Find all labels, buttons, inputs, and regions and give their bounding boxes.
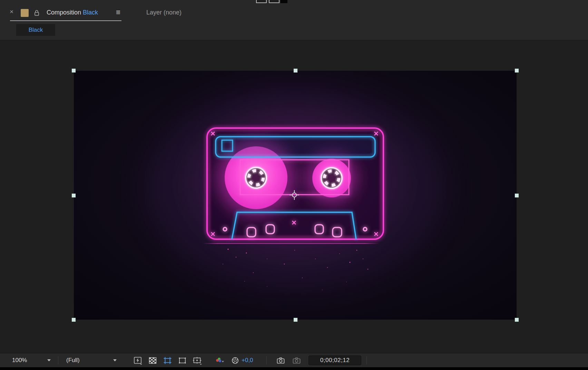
timecode-value: 0;00;02;12: [320, 357, 350, 364]
chevron-down-icon: [113, 359, 117, 361]
label-window: [216, 137, 375, 157]
mask-visibility-icon[interactable]: [178, 356, 187, 365]
toolbar-divider: [266, 356, 267, 364]
chevron-down-icon: [47, 359, 51, 361]
cropped-ui-fragment: [281, 0, 287, 3]
tab-composition[interactable]: Composition Black: [47, 9, 98, 16]
magnification-dropdown[interactable]: 100%: [10, 353, 53, 367]
region-of-interest-icon[interactable]: [163, 356, 172, 365]
active-tab-underline: [10, 20, 121, 21]
selection-handle-bottom-center[interactable]: [294, 318, 297, 322]
reset-exposure-icon[interactable]: [231, 356, 240, 365]
take-snapshot-icon[interactable]: [276, 356, 285, 365]
reflection-line: [203, 243, 379, 244]
transparency-grid-icon[interactable]: [148, 356, 157, 365]
selection-handle-bottom-right[interactable]: [515, 318, 519, 322]
selection-handle-mid-right[interactable]: [515, 194, 519, 197]
composition-view[interactable]: [74, 71, 517, 320]
current-time-field[interactable]: 0;00;02;12: [308, 356, 361, 365]
panel-menu-icon[interactable]: ≡: [116, 8, 120, 17]
bottom-panel-edge: [0, 367, 588, 370]
selection-handle-top-left[interactable]: [72, 69, 76, 72]
panel-tab-row: × Composition Black ≡ Layer (none): [0, 0, 588, 21]
exposure-value[interactable]: +0,0: [242, 353, 253, 367]
selection-handle-bottom-left[interactable]: [72, 318, 76, 322]
tab-composition-label: Composition: [47, 9, 81, 16]
viewer-area: [0, 40, 588, 353]
viewer-toolbar: 100% (Full): [0, 353, 588, 367]
show-channel-icon[interactable]: [215, 356, 224, 365]
cropped-ui-fragment: [256, 0, 267, 3]
lock-icon[interactable]: [34, 9, 40, 16]
show-snapshot-icon[interactable]: [292, 356, 301, 365]
tab-composition-target: Black: [83, 9, 98, 16]
after-effects-composition-panel: × Composition Black ≡ Layer (none) Black: [0, 0, 588, 370]
selection-handle-mid-left[interactable]: [72, 194, 76, 197]
panel-color-swatch-icon: [21, 9, 29, 17]
viewer-toggle-icons: [133, 356, 202, 365]
resolution-value: (Full): [66, 357, 80, 364]
close-panel-icon[interactable]: ×: [10, 8, 13, 15]
panel-chrome: × Composition Black ≡ Layer (none) Black: [0, 0, 588, 40]
comp-viewer-tab-black[interactable]: Black: [16, 24, 55, 36]
cropped-ui-fragment: [269, 0, 280, 3]
selection-handle-top-right[interactable]: [515, 69, 519, 72]
grid-and-guides-icon[interactable]: [193, 356, 202, 365]
left-reel-hub: [246, 167, 266, 188]
composition-canvas: [74, 71, 517, 320]
resolution-dropdown[interactable]: (Full): [64, 353, 119, 367]
tab-layer[interactable]: Layer (none): [146, 9, 182, 16]
magnification-value: 100%: [12, 357, 27, 364]
fast-preview-icon[interactable]: [133, 356, 143, 365]
right-reel-hub: [321, 168, 342, 188]
toolbar-divider: [58, 356, 58, 364]
selection-handle-top-center[interactable]: [294, 69, 297, 72]
toolbar-divider: [366, 356, 367, 364]
comp-viewer-tab-label: Black: [29, 27, 43, 33]
